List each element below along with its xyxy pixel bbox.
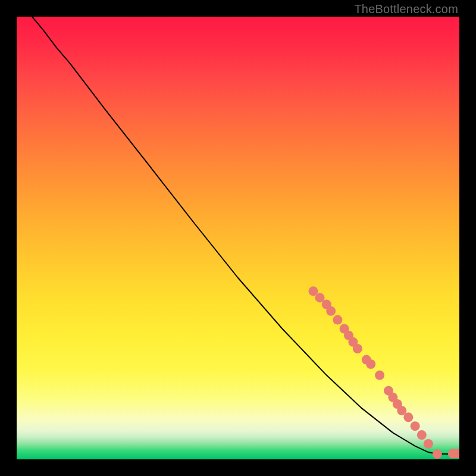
data-point bbox=[417, 430, 427, 440]
chart-stage: TheBottleneck.com bbox=[0, 0, 476, 476]
data-point bbox=[424, 439, 433, 449]
data-point bbox=[366, 359, 375, 369]
data-point bbox=[403, 412, 413, 422]
attribution-text: TheBottleneck.com bbox=[354, 2, 458, 16]
data-point bbox=[333, 315, 342, 325]
dots-group bbox=[309, 286, 460, 459]
data-point bbox=[326, 306, 336, 316]
data-point bbox=[375, 371, 384, 380]
data-point bbox=[411, 421, 420, 431]
chart-overlay bbox=[17, 17, 459, 459]
data-point bbox=[433, 449, 442, 459]
plot-area bbox=[17, 17, 459, 459]
data-point bbox=[353, 344, 362, 353]
